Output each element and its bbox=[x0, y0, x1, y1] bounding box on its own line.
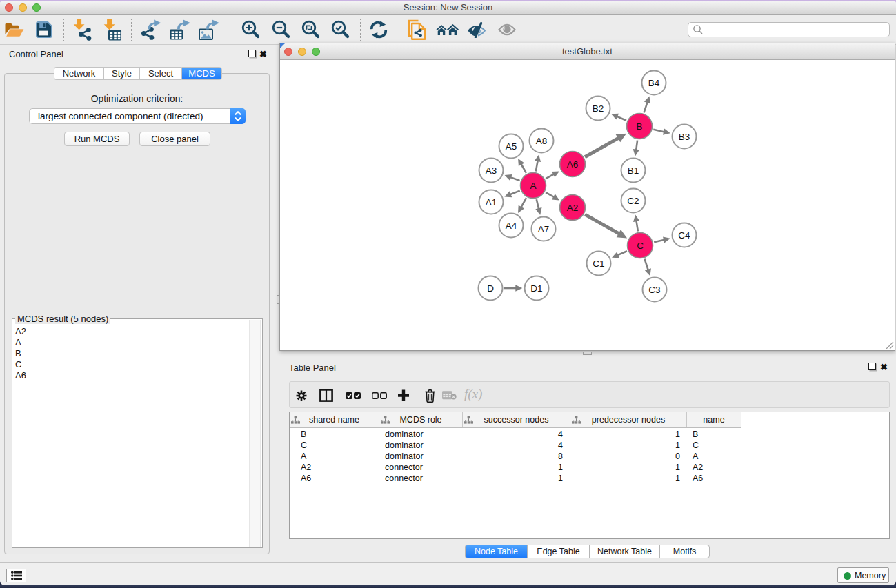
svg-text:B1: B1 bbox=[628, 165, 639, 176]
svg-text:C: C bbox=[637, 241, 644, 251]
svg-text:B: B bbox=[636, 121, 642, 132]
svg-text:C3: C3 bbox=[648, 285, 660, 295]
svg-text:A4: A4 bbox=[506, 221, 517, 231]
svg-text:A8: A8 bbox=[536, 136, 548, 146]
svg-text:C2: C2 bbox=[627, 196, 639, 206]
svg-text:C1: C1 bbox=[593, 258, 604, 269]
svg-text:D: D bbox=[487, 283, 494, 294]
svg-text:A7: A7 bbox=[538, 224, 550, 234]
svg-text:B2: B2 bbox=[593, 103, 604, 114]
svg-text:A: A bbox=[530, 181, 536, 191]
svg-text:B4: B4 bbox=[648, 78, 660, 88]
svg-text:A3: A3 bbox=[486, 165, 497, 176]
svg-text:A5: A5 bbox=[506, 141, 517, 152]
svg-text:D1: D1 bbox=[530, 283, 542, 294]
svg-text:B3: B3 bbox=[679, 132, 690, 142]
svg-text:C4: C4 bbox=[678, 230, 690, 241]
svg-text:A6: A6 bbox=[567, 159, 579, 170]
svg-text:A2: A2 bbox=[567, 203, 579, 213]
svg-text:A1: A1 bbox=[486, 197, 497, 207]
